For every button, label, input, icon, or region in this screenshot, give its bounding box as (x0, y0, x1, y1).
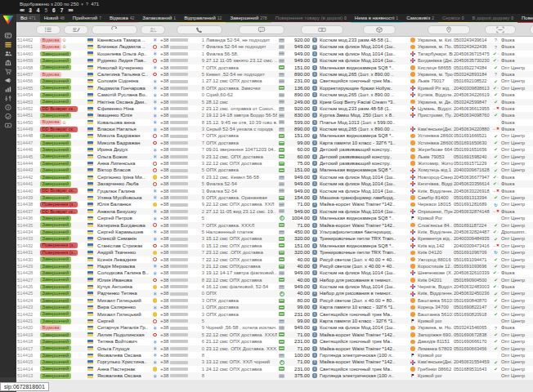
table-row[interactable]: 514422ЗавершенийМихаил Гилецький+383ОПХ … (16, 311, 533, 318)
status-badge[interactable]: Завершений (40, 359, 71, 365)
status-badge[interactable]: Завершений (40, 147, 71, 153)
pager-first-button[interactable]: «« (20, 7, 24, 13)
table-row[interactable]: 514440DD Возврат ск..Гуцалюк Галина+383Ф… (16, 188, 533, 194)
sidebar-item-video[interactable] (2, 121, 15, 130)
status-badge[interactable]: Завершений (40, 222, 71, 228)
sidebar-item-cart[interactable] (2, 67, 15, 76)
status-badge[interactable]: Завершений (40, 332, 71, 338)
status-badge[interactable]: Завершений (40, 113, 71, 118)
status-badge[interactable]: DD Возврат ск.. (40, 209, 78, 215)
sidebar-item-users[interactable] (2, 49, 15, 58)
status-badge[interactable]: DD Возврат ск.. (40, 188, 78, 194)
table-row[interactable]: 514432Повернення (з..Станіслав Стрижак+3… (16, 243, 533, 249)
tab-out-of-stock[interactable]: Нема в наявності1 (351, 14, 402, 23)
table-row[interactable]: 514437DD Возврат ск..Анжела Безушку+3822… (16, 208, 533, 215)
status-badge[interactable]: Завершений (40, 264, 71, 270)
status-badge[interactable]: Завершений (40, 256, 71, 262)
status-badge[interactable]: Завершений (40, 58, 71, 64)
status-badge[interactable]: Завершений (40, 318, 71, 324)
status-badge[interactable]: Завершений (40, 154, 71, 159)
status-badge[interactable]: Завершений (40, 99, 71, 105)
tab-services[interactable]: Сервіси0 (438, 14, 468, 23)
status-badge[interactable]: Завершений (40, 140, 71, 146)
status-badge[interactable]: Повернення (з.. (40, 250, 78, 256)
table-row[interactable]: 514451ЗавершенийІващенко Юлія+38219.12 1… (16, 112, 533, 118)
status-badge[interactable]: Завершений (40, 339, 71, 345)
filter-pin[interactable] (428, 25, 470, 34)
status-badge[interactable]: Завершений (40, 181, 71, 187)
table-row[interactable]: 514445ЗавершенийОльга Божик+38923.12 смс… (16, 154, 533, 160)
status-badge[interactable]: Завершений (40, 78, 71, 84)
table-row[interactable]: 514421ЗавершенийСергей+38599.001Карта па… (16, 318, 533, 324)
status-badge[interactable]: Завершений (40, 229, 71, 235)
filter-phone[interactable] (177, 25, 222, 34)
pager-last-button[interactable]: »» (68, 7, 72, 13)
table-row[interactable]: 514423ЗавершенийВера Скляренко+381ОПХ до… (16, 304, 533, 310)
table-row[interactable]: 514418ЗавершенийТетяна Войтович+38621.12… (16, 338, 533, 345)
status-badge[interactable]: Завершений (40, 167, 71, 173)
filter-chat[interactable] (239, 25, 284, 34)
tab-on-way-home[interactable]: В дорозі додому0 (468, 14, 517, 23)
chevron-down-icon[interactable]: ▾ (81, 2, 83, 7)
status-badge[interactable]: DD Возврат ск.. (40, 127, 78, 132)
table-row[interactable]: 514461Відмова⊙Близнюк Людмила ..+387Фиал… (16, 43, 533, 50)
tab-return-transit[interactable]: Повернення товару (в дорозі)0 (271, 14, 351, 23)
pager-page-6[interactable]: 6 (52, 7, 56, 13)
filter-users[interactable] (141, 25, 165, 34)
status-badge[interactable]: Завершений (40, 311, 71, 317)
filter-pencil[interactable] (64, 25, 88, 34)
table-row[interactable]: 514425ЗавершенийРадченко Тетяна+380ОПХ$4… (16, 290, 533, 296)
table-row[interactable]: 514462Відмова⊙Каневська Тамара ..+381Лав… (16, 37, 533, 43)
table-row[interactable]: 514427ЗавершенийЮлия Иванова+38822.12 см… (16, 277, 533, 283)
table-row[interactable]: 514430ЗавершенийКсенія Левадняя+38722.12… (16, 256, 533, 263)
status-badge[interactable]: Завершений (40, 298, 71, 304)
table-row[interactable]: 514444ЗавершенийАнна Липенська+38322.12 … (16, 160, 533, 167)
table-row[interactable]: 514450Відмова⊙Ковальова анна+38815.12. 9… (16, 119, 533, 126)
table-row[interactable]: 514452DD Возврат ск..Єфименко Ніна+38223… (16, 105, 533, 112)
filter-money[interactable] (301, 25, 343, 34)
status-badge[interactable]: Завершений (40, 366, 71, 372)
filter-scan[interactable] (485, 25, 516, 34)
table-row[interactable]: 514460ЗавершенийКошелева Ольга Ар..+381Ф… (16, 51, 533, 57)
tab-new[interactable]: Новий48 (40, 14, 69, 23)
status-badge[interactable]: Завершений (40, 51, 71, 57)
status-badge[interactable]: Завершений (40, 277, 71, 283)
table-row[interactable]: 514435ЗавершенийКатерина Богданова+387ОП… (16, 222, 533, 229)
sidebar-item-info[interactable] (2, 103, 15, 112)
status-badge[interactable]: Завершений (40, 345, 71, 351)
tab-shipped[interactable]: Відправлений12 (180, 14, 226, 23)
status-badge[interactable]: Завершений (40, 236, 71, 242)
table-row[interactable]: 514416ЗавершенийЯковалева Оксана+388100.… (16, 352, 533, 359)
status-badge[interactable]: Відмова (40, 38, 61, 43)
table-row[interactable]: 514415ЗавершенийГоргулько Христина..+383… (16, 359, 533, 365)
table-row[interactable]: 514442ЗавершенийСергіюнко Іріна Ми..+386… (16, 174, 533, 180)
status-badge[interactable]: Відмова (40, 72, 61, 78)
table-row[interactable]: 514459ЗавершенийРуденко Лидия Пав..+3892… (16, 57, 533, 64)
table-row[interactable]: 514449DD Возврат ск..Власюк Наталья+383С… (16, 126, 533, 132)
status-badge[interactable]: Завершений (40, 291, 71, 296)
status-badge[interactable]: Відмова (40, 325, 61, 331)
sidebar-item-handshake[interactable] (2, 112, 15, 121)
status-badge[interactable]: Завершений (40, 92, 71, 98)
filter-refresh[interactable] (92, 25, 137, 34)
help-icon[interactable]: ? (86, 2, 88, 7)
tab-refused[interactable]: Відмова42 (105, 14, 138, 23)
sidebar-item-orders[interactable] (2, 40, 15, 49)
table-row[interactable]: 514456ЗавершенийСоломія Сідоніна+38127.1… (16, 78, 533, 84)
status-badge[interactable]: Завершений (40, 216, 71, 221)
status-badge[interactable]: Завершений (40, 161, 71, 167)
table-row[interactable]: 514413ЗавершенийЯковалева Оксана+388375.… (16, 372, 533, 379)
tab-returned[interactable]: Повернуті (517, 14, 533, 23)
status-badge[interactable]: Повернення (з.. (40, 202, 78, 207)
status-badge[interactable]: Завершений (40, 353, 71, 359)
table-row[interactable]: 514443ЗавершенийВіктор Власов+385ОПХ дос… (16, 167, 533, 173)
sidebar-item-sliders[interactable] (2, 94, 15, 103)
pager-page-5[interactable]: 5 (44, 7, 47, 13)
tab-pickup[interactable]: Самовивіз2 (402, 14, 438, 23)
table-row[interactable]: 514424ЗавершенийМихаил Гилецький+383ОПХ … (16, 297, 533, 304)
pager-page-4[interactable]: 4 (37, 7, 40, 13)
table-row[interactable]: 514453ЗавершенийНікітіна Оксана Дми..+38… (16, 99, 533, 105)
status-badge[interactable]: Відмова (40, 119, 61, 125)
tab-packed[interactable]: Запакований1 (138, 14, 180, 23)
tab-completed[interactable]: Завершений278 (226, 14, 271, 23)
